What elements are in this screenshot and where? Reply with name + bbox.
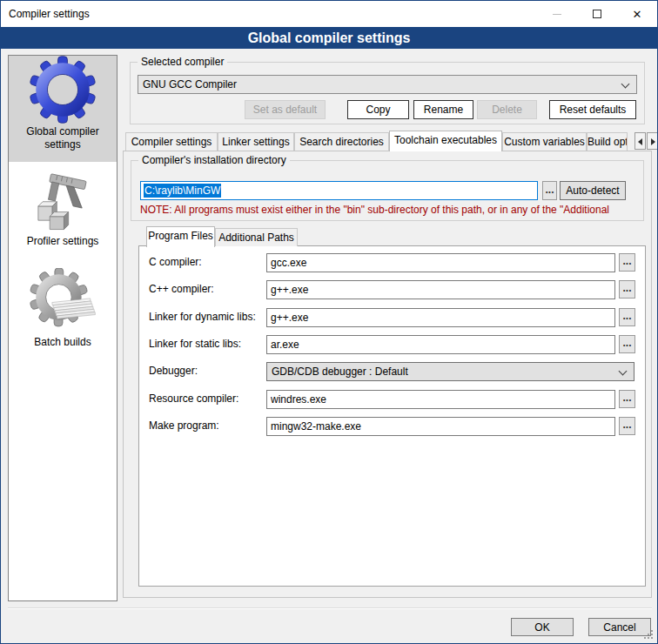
close-icon: ✕ xyxy=(633,9,642,20)
copy-button[interactable]: Copy xyxy=(347,100,409,119)
linker-dynamic-label: Linker for dynamic libs: xyxy=(149,311,256,324)
arrow-right-icon xyxy=(651,138,655,145)
sidebar-item-batch-builds[interactable]: Batch builds xyxy=(9,259,117,367)
install-dir-input[interactable]: C:\raylib\MinGW xyxy=(140,181,538,200)
rename-button[interactable]: Rename xyxy=(413,100,473,119)
sidebar-item-label: Global compiler settings xyxy=(16,125,110,151)
debugger-label: Debugger: xyxy=(149,365,198,378)
blue-gear-icon xyxy=(29,56,97,124)
compiler-settings-dialog: Compiler settings ✕ Global compiler sett… xyxy=(0,0,658,644)
title-bar: Compiler settings ✕ xyxy=(1,1,657,27)
tab-scroll-right-button[interactable] xyxy=(647,132,658,150)
page-title: Global compiler settings xyxy=(1,27,657,49)
close-button[interactable]: ✕ xyxy=(617,1,657,27)
minimize-button xyxy=(537,1,577,27)
linker-static-input[interactable] xyxy=(266,335,615,354)
linker-static-browse-button[interactable]: ... xyxy=(619,335,635,353)
linker-static-label: Linker for static libs: xyxy=(149,338,241,351)
linker-dynamic-input[interactable] xyxy=(266,308,615,327)
debugger-select[interactable]: GDB/CDB debugger : Default xyxy=(266,362,634,381)
compiler-select-value: GNU GCC Compiler xyxy=(143,78,237,91)
auto-detect-button[interactable]: Auto-detect xyxy=(560,181,626,200)
sidebar-item-label: Profiler settings xyxy=(16,235,110,248)
c-compiler-browse-button[interactable]: ... xyxy=(619,253,635,272)
install-dir-group-label: Compiler's installation directory xyxy=(138,154,290,167)
gray-gear-stack-icon xyxy=(30,268,96,334)
window-controls: ✕ xyxy=(537,1,657,27)
set-as-default-button: Set as default xyxy=(245,100,326,119)
tab-toolchain-executables[interactable]: Toolchain executables xyxy=(389,131,502,151)
install-dir-selected-text: C:\raylib\MinGW xyxy=(144,184,221,198)
profiler-caliper-icon xyxy=(30,169,95,233)
minimize-icon xyxy=(553,14,561,15)
linker-dynamic-browse-button[interactable]: ... xyxy=(619,308,635,326)
c-compiler-input[interactable] xyxy=(266,253,615,272)
settings-category-list: Global compiler settings xyxy=(8,55,118,601)
c-compiler-label: C compiler: xyxy=(149,256,202,269)
footer-separator xyxy=(8,607,652,609)
resource-compiler-label: Resource compiler: xyxy=(149,392,238,406)
debugger-select-value: GDB/CDB debugger : Default xyxy=(272,366,408,378)
sidebar-item-global-compiler-settings[interactable]: Global compiler settings xyxy=(9,56,117,162)
install-dir-browse-button[interactable]: ... xyxy=(542,181,557,200)
tab-program-files[interactable]: Program Files xyxy=(146,226,215,247)
tab-linker-settings[interactable]: Linker settings xyxy=(218,132,294,151)
cancel-button[interactable]: Cancel xyxy=(588,618,651,636)
resource-compiler-input[interactable] xyxy=(266,390,615,409)
sidebar-item-profiler-settings[interactable]: Profiler settings xyxy=(9,162,117,259)
make-program-input[interactable] xyxy=(266,417,615,436)
make-program-browse-button[interactable]: ... xyxy=(619,417,635,435)
delete-button: Delete xyxy=(477,100,537,119)
chevron-down-icon xyxy=(621,80,630,89)
cpp-compiler-input[interactable] xyxy=(266,280,615,299)
make-program-label: Make program: xyxy=(149,419,219,433)
selected-compiler-group-label: Selected compiler xyxy=(138,56,227,69)
tab-additional-paths[interactable]: Additional Paths xyxy=(215,228,298,246)
compiler-select[interactable]: GNU GCC Compiler xyxy=(138,75,637,94)
maximize-button[interactable] xyxy=(577,1,617,27)
bin-subdirectory-note: NOTE: All programs must exist either in … xyxy=(140,204,638,216)
toolchain-subtabs: Program Files Additional Paths xyxy=(146,227,298,247)
program-files-panel: C compiler: ... C++ compiler: ... Linker… xyxy=(138,245,646,587)
cpp-compiler-label: C++ compiler: xyxy=(149,283,214,296)
reset-defaults-button[interactable]: Reset defaults xyxy=(549,100,636,119)
ok-button[interactable]: OK xyxy=(511,618,574,636)
maximize-icon xyxy=(593,10,601,18)
tab-custom-variables[interactable]: Custom variables xyxy=(502,132,587,151)
resize-grip[interactable] xyxy=(651,637,653,639)
install-dir-group: Compiler's installation directory C:\ray… xyxy=(131,160,644,221)
chevron-down-icon xyxy=(619,367,628,376)
window-title: Compiler settings xyxy=(9,8,90,20)
tab-compiler-settings[interactable]: Compiler settings xyxy=(125,132,218,151)
resource-compiler-browse-button[interactable]: ... xyxy=(619,390,635,408)
tab-scroll-left-button[interactable] xyxy=(634,132,646,150)
selected-compiler-group: Selected compiler GNU GCC Compiler Set a… xyxy=(130,62,645,124)
tab-build-options[interactable]: Build options xyxy=(587,132,628,151)
tab-search-directories[interactable]: Search directories xyxy=(294,132,389,151)
sidebar-item-label: Batch builds xyxy=(16,336,110,349)
cpp-compiler-browse-button[interactable]: ... xyxy=(619,280,635,299)
arrow-left-icon xyxy=(638,138,642,145)
compiler-tabs: Compiler settings Linker settings Search… xyxy=(125,131,628,151)
toolchain-executables-panel: Compiler's installation directory C:\ray… xyxy=(123,151,652,598)
